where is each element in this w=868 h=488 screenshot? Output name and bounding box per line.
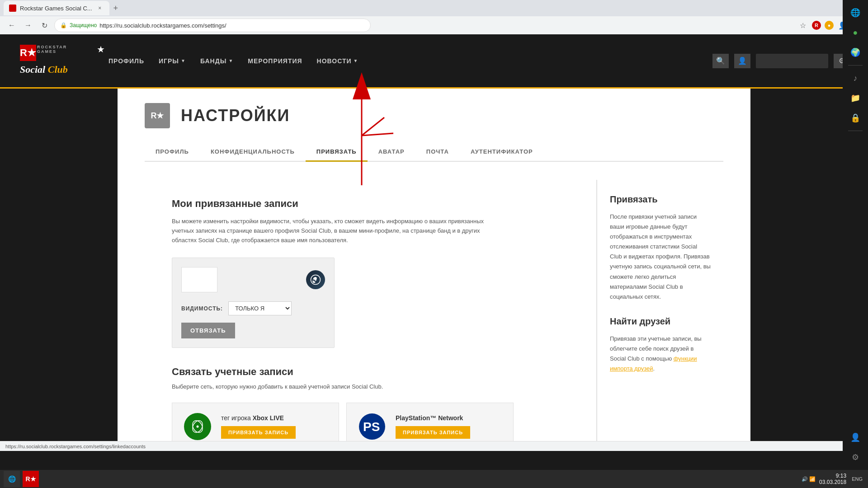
win-sidebar-icon-6[interactable]: 🔒	[846, 109, 864, 127]
nav-events[interactable]: МЕРОПРИЯТИЯ	[248, 57, 302, 65]
my-accounts-section: Мои привязанные записи Вы можете изменит…	[172, 198, 569, 348]
rockstar-games-text: ROCKSTARGAMES	[37, 45, 67, 54]
xbox-logo-icon	[184, 413, 211, 440]
steam-icon	[306, 270, 325, 289]
my-accounts-title: Мои привязанные записи	[172, 198, 569, 210]
nav-profile[interactable]: ПРОФИЛЬ	[108, 57, 144, 65]
xbox-name: тег игрока Xbox LIVE	[221, 414, 328, 422]
taskbar-apps: 🌐 R★	[0, 471, 39, 487]
taskbar-right: 🔊 📶 9:13 03.03.2018 ENG	[802, 473, 868, 485]
bookmark-icon[interactable]: ☆	[797, 20, 808, 31]
windows-sidebar: 🌐 ● 🌍 ♪ 📁 🔒 👤 ⚙	[843, 0, 868, 470]
taskbar-lang: ENG	[852, 476, 863, 482]
win-sidebar-icon-5[interactable]: 📁	[846, 89, 864, 107]
rockstar-r-logo: R★	[20, 45, 36, 61]
win-sidebar-icon-1[interactable]: 🌐	[846, 4, 864, 22]
reload-button[interactable]: ↻	[38, 19, 51, 32]
connect-accounts-section: Связать учетные записи Выберите сеть, ко…	[172, 366, 569, 441]
taskbar-icons-area: 🔊 📶	[802, 476, 816, 482]
rockstar-extension-icon[interactable]: R	[812, 21, 821, 30]
active-tab[interactable]: Rockstar Games Social C... ×	[4, 1, 109, 15]
win-sidebar-icon-bottom-1[interactable]: 👤	[846, 428, 864, 446]
my-accounts-desc: Вы можете изменить настройки видимости, …	[172, 217, 497, 245]
xbox-logo	[183, 412, 212, 441]
xbox-bind-button[interactable]: ПРИВЯЗАТЬ ЗАПИСЬ	[221, 426, 296, 439]
psn-logo-icon: PS	[359, 413, 386, 440]
psn-name: PlayStation™ Network	[396, 414, 502, 422]
sidebar: Привязать После привязки учетной записи …	[597, 180, 723, 441]
main-content: Мои привязанные записи Вы можете изменит…	[145, 180, 597, 441]
url-text: https://ru.socialclub.rockstargames.com/…	[99, 22, 226, 29]
forward-button[interactable]: →	[22, 19, 34, 32]
back-button[interactable]: ←	[5, 19, 18, 32]
tab-privacy[interactable]: КОНФИДЕНЦИАЛЬНОСТЬ	[200, 143, 306, 162]
status-bar: https://ru.socialclub.rockstargames.com/…	[0, 441, 868, 451]
tab-mail[interactable]: ПОЧТА	[415, 143, 460, 162]
sidebar-friends-text2: .	[653, 365, 655, 372]
sidebar-bind-title: Привязать	[610, 194, 711, 205]
tab-profile[interactable]: ПРОФИЛЬ	[145, 143, 200, 162]
nav-games[interactable]: ИГРЫ ▼	[159, 57, 186, 65]
tab-close-button[interactable]: ×	[96, 4, 104, 12]
psn-bind-button[interactable]: ПРИВЯЗАТЬ ЗАПИСЬ	[396, 426, 470, 439]
search-input[interactable]	[756, 54, 828, 68]
tab-avatar[interactable]: АВАТАР	[368, 143, 415, 162]
nav-news[interactable]: НОВОСТИ ▼	[317, 57, 359, 65]
tab-favicon	[9, 5, 16, 12]
search-button[interactable]: 🔍	[712, 54, 729, 68]
psn-logo: PS	[358, 412, 387, 441]
secure-label: Защищено	[70, 22, 97, 28]
games-dropdown-arrow: ▼	[181, 58, 186, 63]
new-tab-button[interactable]: +	[109, 2, 122, 14]
account-avatar	[181, 267, 217, 292]
visibility-row: ВИДИМОСТЬ: ТОЛЬКО Я	[181, 301, 325, 315]
taskbar: 🌐 R★ 🔊 📶 9:13 03.03.2018 ENG	[0, 470, 868, 488]
tab-bar: Rockstar Games Social C... × +	[0, 0, 868, 16]
status-url: https://ru.socialclub.rockstargames.com/…	[5, 444, 146, 449]
win-sidebar-icon-3[interactable]: 🌍	[846, 43, 864, 61]
svg-text:PS: PS	[363, 420, 380, 434]
settings-avatar: R★	[145, 103, 170, 128]
user-icon[interactable]: 👤	[734, 54, 750, 68]
settings-header: R★ НАСТРОЙКИ	[145, 89, 723, 128]
xbox-info: тег игрока Xbox LIVE ПРИВЯЗАТЬ ЗАПИСЬ	[221, 414, 328, 439]
psn-card: PS PlayStation™ Network ПРИВЯЗАТЬ ЗАПИСЬ	[346, 403, 514, 441]
secure-icon: 🔒	[60, 22, 67, 28]
unbind-button[interactable]: ОТВЯЗАТЬ	[181, 323, 235, 338]
page-scroll-area: R★ НАСТРОЙКИ ПРОФИЛЬ КОНФИДЕНЦИАЛЬНОСТЬ …	[0, 89, 868, 441]
svg-point-1	[315, 279, 317, 281]
logo-area[interactable]: R★ ROCKSTARGAMES Social Club ★	[18, 43, 108, 79]
extension-icon-2[interactable]: ●	[825, 21, 834, 30]
connect-title: Связать учетные записи	[172, 366, 569, 378]
sidebar-divider-2	[848, 131, 863, 131]
sidebar-divider	[848, 65, 863, 66]
win-sidebar-icon-2[interactable]: ●	[846, 23, 864, 42]
nav-gangs[interactable]: БАНДЫ ▼	[200, 57, 233, 65]
nav-right: 🔍 👤 ⚙	[712, 54, 850, 68]
taskbar-time: 9:13 03.03.2018	[819, 473, 846, 485]
social-club-text: Social Club	[20, 64, 68, 75]
steam-account-card: ВИДИМОСТЬ: ТОЛЬКО Я ОТВЯЗАТЬ	[172, 258, 335, 348]
news-dropdown-arrow: ▼	[354, 58, 359, 63]
browser-chrome: Rockstar Games Social C... × + ← → ↻ 🔒 З…	[0, 0, 868, 34]
tab-linked[interactable]: ПРИВЯЗАТЬ	[306, 143, 368, 162]
win-sidebar-icon-bottom-2[interactable]: ⚙	[846, 448, 864, 466]
url-box[interactable]: 🔒 Защищено https://ru.socialclub.rocksta…	[54, 19, 371, 32]
page-title: НАСТРОЙКИ	[181, 106, 290, 125]
xbox-card: тег игрока Xbox LIVE ПРИВЯЗАТЬ ЗАПИСЬ	[172, 403, 339, 441]
sidebar-friends-title: Найти друзей	[610, 316, 711, 327]
content-area: Мои привязанные записи Вы можете изменит…	[145, 180, 723, 441]
site-nav: R★ ROCKSTARGAMES Social Club ★ ПРОФИЛЬ И…	[0, 34, 868, 89]
svg-point-5	[197, 426, 199, 428]
connect-desc: Выберите сеть, которую нужно добавить к …	[172, 383, 569, 390]
psn-info: PlayStation™ Network ПРИВЯЗАТЬ ЗАПИСЬ	[396, 414, 502, 439]
visibility-select[interactable]: ТОЛЬКО Я	[228, 301, 292, 315]
nav-links: ПРОФИЛЬ ИГРЫ ▼ БАНДЫ ▼ МЕРОПРИЯТИЯ НОВОС…	[108, 57, 712, 65]
win-sidebar-icon-4[interactable]: ♪	[846, 69, 864, 87]
win-sidebar-bottom: 👤 ⚙	[846, 428, 864, 466]
sidebar-friends-text: Привязав эти учетные записи, вы облегчит…	[610, 334, 711, 374]
taskbar-icon-1[interactable]: 🌐	[4, 471, 20, 487]
tab-title: Rockstar Games Social C...	[20, 5, 92, 12]
taskbar-icon-2[interactable]: R★	[23, 471, 39, 487]
tab-authenticator[interactable]: АУТЕНТИФИКАТОР	[460, 143, 544, 162]
